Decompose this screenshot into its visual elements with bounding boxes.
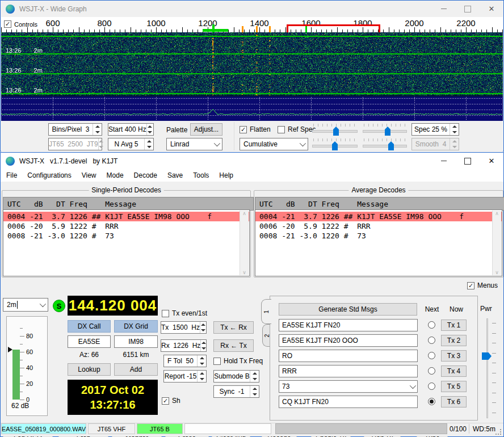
start-hz-spinner[interactable]: Start 400 Hz	[108, 123, 154, 136]
next-column-label: Next	[421, 305, 443, 313]
meter-needle-icon	[8, 347, 12, 352]
maximize-button[interactable]	[456, 153, 480, 169]
pwr-slider[interactable]	[481, 318, 498, 418]
now-tx-5-button[interactable]: Tx 5	[441, 381, 467, 392]
rx-freq-spinner[interactable]: Rx 1226 Hz	[161, 339, 207, 352]
waterfall-area[interactable]: 13:262m13:262m13:262m	[1, 32, 503, 121]
main-titlebar[interactable]: WSJT-X v1.7.1-devel by K1JT ✕	[1, 153, 503, 169]
now-tx-3-button[interactable]: Tx 3	[441, 350, 467, 362]
decode-row[interactable]: 0004 -21 3.7 1226 ## K1JT EA5SE IM98 OOO…	[255, 212, 502, 221]
menu-mode[interactable]: Mode	[102, 170, 129, 181]
generate-std-msgs-button[interactable]: Generate Std Msgs	[279, 303, 417, 316]
spec-percent-spinner[interactable]: Spec 25 %	[411, 123, 459, 136]
decode-row[interactable]: 0008 -21 -3.0 1220 # 73	[3, 231, 249, 241]
date-text: 2017 Oct 02	[81, 383, 144, 397]
tx-from-rx-button[interactable]: Tx ← Rx	[213, 321, 254, 334]
tx-message-field-2[interactable]: EA5SE K1JT FN20 OOO	[279, 334, 418, 347]
mode-label: JT65 B	[137, 423, 183, 434]
signal-marker	[269, 26, 271, 32]
tx-message-field-3[interactable]: RO	[279, 350, 418, 362]
flatten-checkbox[interactable]: ✓Flatten	[240, 125, 271, 133]
now-tx-2-button[interactable]: Tx 2	[441, 335, 467, 346]
n-avg-spinner[interactable]: N Avg 5	[108, 138, 154, 150]
f-tol-spinner[interactable]: F Tol 50	[163, 355, 207, 367]
now-tx-6-button[interactable]: Tx 6	[441, 396, 467, 407]
frequency-scale[interactable]: ✓ Controls 60080010001200140016001800200…	[1, 17, 503, 32]
now-tx-4-button[interactable]: Tx 4	[441, 365, 467, 377]
menu-help[interactable]: Help	[214, 170, 238, 181]
next-radio-4[interactable]	[428, 367, 435, 375]
frequency-display[interactable]: 144.120 004	[68, 296, 158, 316]
dx-call-input[interactable]: EA5SE	[68, 335, 111, 348]
tx-even-checkbox[interactable]: Tx even/1st	[162, 309, 207, 317]
ref-spec-checkbox[interactable]: Ref Spec	[278, 125, 316, 133]
tx-message-field-5[interactable]: 73	[279, 380, 418, 393]
zero-slider-2[interactable]	[363, 138, 407, 150]
decode-row[interactable]: 0006 -20 5.9 1222 # RRR	[255, 221, 502, 231]
maximize-button[interactable]	[456, 1, 480, 17]
freq-marker	[305, 26, 307, 32]
hold-tx-freq-checkbox[interactable]: Hold Tx Freq	[213, 357, 263, 365]
palette-combo[interactable]: Linrad	[166, 138, 222, 150]
zero-slider-1[interactable]	[363, 123, 407, 136]
next-radio-2[interactable]	[428, 337, 435, 344]
menus-checkbox[interactable]: ✓Menus	[467, 281, 498, 289]
pwr-label: Pwr	[480, 305, 492, 313]
scrollbar[interactable]: ∧∨	[492, 211, 501, 275]
minimize-button[interactable]	[432, 153, 456, 169]
minimize-button[interactable]	[432, 1, 456, 17]
add-button[interactable]: Add	[114, 363, 158, 376]
tx-message-field-6[interactable]: CQ K1JT FN20	[279, 396, 418, 408]
meter-tick	[20, 368, 24, 368]
tab-1[interactable]: 1	[261, 299, 271, 324]
status-separator	[469, 424, 469, 434]
wide-graph-titlebar[interactable]: WSJT-X - Wide Graph ✕	[1, 1, 503, 17]
tx-message-field-1[interactable]: EA5SE K1JT FN20	[279, 319, 418, 331]
now-tx-1-button[interactable]: Tx 1	[441, 320, 467, 331]
scrollbar[interactable]: ∧∨	[240, 211, 249, 275]
single-period-decodes[interactable]: 0004 -21 3.7 1226 ## K1JT EA5SE IM98 OOO…	[3, 209, 250, 276]
pwr-tick	[492, 353, 496, 354]
band-combo[interactable]: 2m	[3, 298, 48, 312]
dx-grid-button[interactable]: DX Grid	[114, 320, 158, 333]
gain-slider-1[interactable]	[312, 123, 358, 136]
lookup-button[interactable]: Lookup	[68, 363, 111, 376]
waterfall-canvas[interactable]	[1, 32, 503, 121]
menu-save[interactable]: Save	[162, 170, 188, 181]
close-button[interactable]: ✕	[480, 153, 503, 169]
menu-tools[interactable]: Tools	[188, 170, 214, 181]
report-spinner[interactable]: Report -15	[163, 370, 207, 383]
decode-row[interactable]: 0006 -20 5.9 1222 # RRR	[3, 221, 249, 231]
scroll-down-icon: ∨	[242, 270, 246, 275]
menu-view[interactable]: View	[77, 170, 102, 181]
decode-row[interactable]: 0004 -21 3.7 1226 ## K1JT EA5SE IM98 OOO…	[3, 212, 249, 221]
meter-bar	[12, 350, 20, 400]
tx-message-field-4[interactable]: RRR	[279, 365, 418, 377]
menu-file[interactable]: File	[1, 170, 22, 181]
next-radio-1[interactable]	[428, 321, 435, 329]
gain-slider-2[interactable]	[312, 138, 358, 150]
next-radio-3[interactable]	[428, 352, 435, 359]
close-button[interactable]: ✕	[480, 1, 503, 17]
tx-freq-spinner[interactable]: Tx 1500 Hz	[161, 321, 207, 334]
pwr-tick	[492, 333, 496, 334]
next-radio-6[interactable]	[428, 398, 435, 405]
palette-adjust-button[interactable]: Adjust...	[190, 123, 222, 136]
sync-spinner[interactable]: Sync -1	[213, 385, 259, 398]
average-decodes[interactable]: 0004 -21 3.7 1226 ## K1JT EA5SE IM98 OOO…	[255, 209, 502, 276]
submode-spinner[interactable]: Submode B	[213, 370, 259, 383]
rx-from-tx-button[interactable]: Rx ← Tx	[213, 339, 254, 352]
bins-pixel-spinner[interactable]: Bins/Pixel 3	[48, 123, 102, 136]
dx-call-button[interactable]: DX Call	[68, 320, 111, 333]
menu-configurations[interactable]: Configurations	[22, 170, 76, 181]
dx-grid-input[interactable]: IM98	[114, 335, 158, 348]
decode-row[interactable]: 0008 -21 -3.0 1220 # 73	[255, 231, 502, 241]
pwr-tick	[492, 413, 496, 413]
next-radio-5[interactable]	[428, 383, 435, 390]
resize-grip[interactable]	[495, 428, 502, 435]
pwr-handle[interactable]	[482, 352, 492, 360]
sh-checkbox[interactable]: ✓Sh	[162, 397, 180, 405]
menu-decode[interactable]: Decode	[129, 170, 162, 181]
display-mode-combo[interactable]: Cumulative	[240, 138, 308, 150]
timestamp-text: 13:26	[6, 47, 22, 54]
